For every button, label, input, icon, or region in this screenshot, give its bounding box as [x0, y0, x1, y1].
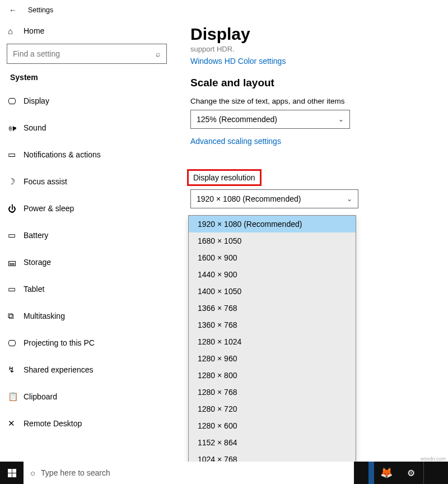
hd-color-link[interactable]: Windows HD Color settings [190, 57, 439, 66]
category-heading: System [2, 69, 171, 87]
sidebar-item-label: Battery [24, 231, 48, 240]
storage-icon: 🖴 [8, 258, 20, 267]
sidebar-item-label: Clipboard [24, 392, 57, 401]
resolution-label: Display resolution [193, 173, 255, 182]
sidebar: ⌂ Home ⌕ System 🖵Display🕪Sound▭Notificat… [0, 20, 171, 465]
project-icon: 🖵 [8, 338, 20, 348]
display-icon: 🖵 [8, 96, 20, 106]
sidebar-item-notifications-actions[interactable]: ▭Notifications & actions [2, 141, 171, 168]
resolution-option[interactable]: 1280 × 720 [189, 401, 356, 417]
search-input[interactable] [7, 49, 150, 58]
focus-icon: ☽ [8, 176, 20, 187]
battery-icon: ▭ [8, 230, 20, 240]
search-icon: ○ [30, 468, 35, 478]
sidebar-item-label: Sound [24, 123, 46, 132]
sidebar-item-projecting-to-this-pc[interactable]: 🖵Projecting to this PC [2, 329, 171, 356]
chevron-down-icon: ⌄ [347, 195, 352, 203]
watermark: wsxdn.com [421, 456, 446, 462]
start-button[interactable] [0, 462, 24, 484]
resolution-option[interactable]: 1440 × 900 [189, 266, 356, 283]
scale-label: Change the size of text, apps, and other… [190, 97, 439, 105]
scale-section-heading: Scale and layout [190, 77, 439, 89]
multi-icon: ⧉ [8, 311, 20, 321]
sidebar-item-label: Shared experiences [24, 365, 94, 374]
back-icon[interactable]: ← [9, 6, 17, 15]
sidebar-item-label: Multitasking [24, 311, 65, 320]
sidebar-item-display[interactable]: 🖵Display [2, 87, 171, 114]
scale-dropdown[interactable]: 125% (Recommended) ⌄ [190, 110, 350, 129]
resolution-option[interactable]: 1680 × 1050 [189, 232, 356, 249]
shared-icon: ↯ [8, 365, 20, 375]
sidebar-item-clipboard[interactable]: 📋Clipboard [2, 383, 171, 410]
resolution-option[interactable]: 1366 × 768 [189, 300, 356, 317]
taskbar-edge-sliver[interactable] [368, 462, 374, 484]
taskbar: ○ Type here to search 🦊 ⚙ [0, 462, 448, 484]
power-icon: ⏻ [8, 204, 20, 213]
resolution-option[interactable]: 1920 × 1080 (Recommended) [189, 216, 356, 232]
tablet-icon: ▭ [8, 284, 20, 294]
sidebar-item-label: Tablet [24, 285, 44, 294]
sidebar-item-storage[interactable]: 🖴Storage [2, 249, 171, 276]
resolution-options-list[interactable]: 1920 × 1080 (Recommended)1680 × 10501600… [188, 215, 356, 468]
resolution-option[interactable]: 1360 × 768 [189, 317, 356, 333]
sidebar-item-remote-desktop[interactable]: ✕Remote Desktop [2, 410, 171, 437]
sidebar-item-label: Focus assist [24, 177, 67, 186]
sidebar-item-label: Notifications & actions [24, 150, 101, 159]
firefox-icon[interactable]: 🦊 [374, 462, 399, 484]
home-label: Home [24, 26, 44, 35]
resolution-option[interactable]: 1400 × 1050 [189, 283, 356, 300]
remote-icon: ✕ [8, 418, 20, 429]
sidebar-item-label: Remote Desktop [24, 419, 82, 428]
scale-value: 125% (Recommended) [197, 115, 277, 124]
page-title: Display [190, 25, 439, 44]
resolution-option[interactable]: 1280 × 800 [189, 367, 356, 384]
sidebar-item-label: Power & sleep [24, 204, 74, 213]
resolution-option[interactable]: 1600 × 900 [189, 249, 356, 266]
taskbar-search[interactable]: ○ Type here to search [24, 462, 354, 484]
sidebar-item-tablet[interactable]: ▭Tablet [2, 276, 171, 302]
gear-icon[interactable]: ⚙ [399, 462, 423, 484]
resolution-highlight: Display resolution [187, 169, 262, 186]
sound-icon: 🕪 [8, 123, 20, 133]
windows-icon [8, 469, 16, 477]
resolution-value: 1920 × 1080 (Recommended) [197, 194, 301, 203]
sidebar-item-label: Storage [24, 258, 51, 267]
advanced-scaling-link[interactable]: Advanced scaling settings [190, 137, 439, 146]
home-button[interactable]: ⌂ Home [2, 20, 171, 41]
resolution-option[interactable]: 1280 × 960 [189, 350, 356, 367]
sidebar-item-shared-experiences[interactable]: ↯Shared experiences [2, 356, 171, 383]
sidebar-item-power-sleep[interactable]: ⏻Power & sleep [2, 195, 171, 222]
notif-icon: ▭ [8, 150, 20, 160]
taskbar-overflow-icon[interactable] [423, 462, 448, 484]
sidebar-item-battery[interactable]: ▭Battery [2, 222, 171, 249]
settings-search[interactable]: ⌕ [7, 44, 167, 64]
sidebar-item-sound[interactable]: 🕪Sound [2, 114, 171, 141]
sidebar-item-focus-assist[interactable]: ☽Focus assist [2, 168, 171, 195]
clip-icon: 📋 [8, 392, 20, 402]
sidebar-item-label: Display [24, 96, 49, 105]
home-icon: ⌂ [8, 26, 20, 36]
truncated-text: support HDR. [190, 45, 439, 53]
sidebar-item-label: Projecting to this PC [24, 338, 95, 347]
sidebar-item-multitasking[interactable]: ⧉Multitasking [2, 302, 171, 329]
chevron-down-icon: ⌄ [338, 115, 344, 123]
app-title: Settings [28, 6, 53, 14]
resolution-option[interactable]: 1280 × 600 [189, 417, 356, 434]
resolution-option[interactable]: 1280 × 768 [189, 384, 356, 401]
resolution-option[interactable]: 1280 × 1024 [189, 333, 356, 350]
resolution-dropdown[interactable]: 1920 × 1080 (Recommended) ⌄ [190, 189, 358, 208]
resolution-option[interactable]: 1152 × 864 [189, 434, 356, 451]
taskbar-search-placeholder: Type here to search [41, 468, 110, 477]
search-icon: ⌕ [150, 49, 166, 58]
